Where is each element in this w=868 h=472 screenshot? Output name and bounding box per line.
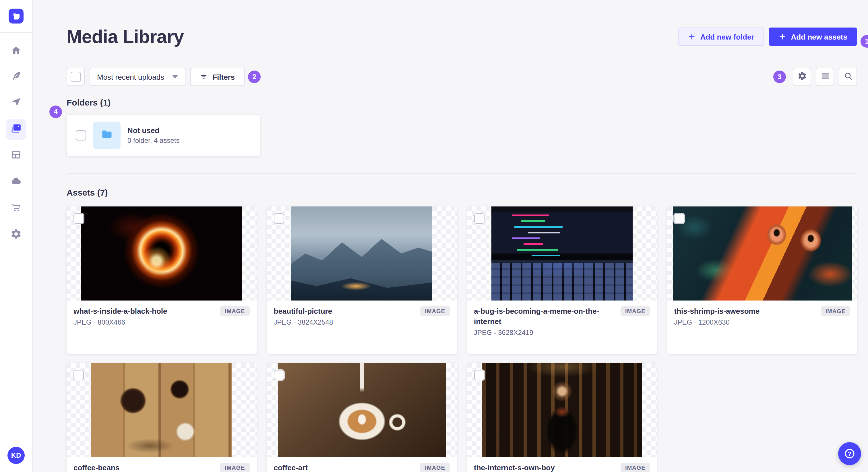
asset-thumbnail bbox=[267, 206, 457, 301]
folder-texts: Not used 0 folder, 4 assets bbox=[127, 126, 179, 144]
search-button[interactable] bbox=[839, 68, 857, 86]
folders-heading: Folders (1) bbox=[67, 98, 111, 107]
asset-card[interactable]: this-shrimp-is-awesome JPEG - 1200X630 I… bbox=[668, 206, 857, 354]
coffee-beans-image bbox=[91, 363, 232, 457]
asset-type-badge: IMAGE bbox=[820, 306, 850, 316]
asset-type-badge: IMAGE bbox=[220, 306, 250, 316]
asset-thumbnail bbox=[467, 206, 657, 301]
filters-wrap: Filters 2 bbox=[190, 68, 245, 86]
add-new-folder-button[interactable]: Add new folder bbox=[678, 28, 764, 46]
sidebar-item-releases[interactable] bbox=[6, 93, 26, 113]
folder-checkbox[interactable] bbox=[76, 130, 86, 140]
asset-title: a-bug-is-becoming-a-meme-on-the-internet bbox=[474, 306, 616, 327]
configure-view-button[interactable] bbox=[793, 68, 811, 86]
mantis-shrimp-image bbox=[673, 206, 851, 301]
asset-checkbox[interactable] bbox=[474, 213, 484, 224]
asset-meta: JPEG - 1200X630 bbox=[674, 318, 816, 326]
cloud-icon bbox=[10, 175, 22, 189]
asset-card[interactable]: coffee-beans JPEG - 5021X3347 IMAGE bbox=[67, 363, 257, 472]
plus-icon bbox=[778, 33, 786, 41]
asset-checkbox[interactable] bbox=[274, 213, 284, 224]
sidebar-item-content-manager[interactable] bbox=[6, 67, 26, 87]
asset-card[interactable]: coffee-art JPEG - 5824X3259 IMAGE bbox=[267, 363, 457, 472]
asset-thumbnail bbox=[67, 363, 257, 457]
asset-caption: coffee-beans JPEG - 5021X3347 IMAGE bbox=[67, 457, 257, 472]
library-boy-image bbox=[482, 363, 642, 457]
latte-art-image bbox=[278, 363, 446, 457]
asset-checkbox[interactable] bbox=[674, 213, 685, 224]
question-mark-glyph: ? bbox=[848, 450, 851, 457]
cog-icon bbox=[797, 71, 807, 82]
sidebar-item-content-type-builder[interactable] bbox=[6, 146, 26, 166]
asset-type-badge: IMAGE bbox=[420, 306, 450, 316]
sidebar-nav bbox=[6, 40, 26, 245]
media-library-page: KD Media Library Add new folder Add new … bbox=[0, 0, 868, 472]
asset-card[interactable]: the-internet-s-own-boy JPEG - 1200X707 I… bbox=[467, 363, 657, 472]
add-new-assets-button[interactable]: Add new assets bbox=[768, 28, 857, 46]
asset-meta: JPEG - 800X466 bbox=[73, 318, 216, 326]
filters-button[interactable]: Filters bbox=[190, 68, 245, 86]
asset-card[interactable]: beautiful-picture JPEG - 3824X2548 IMAGE bbox=[267, 206, 457, 354]
list-view-button[interactable] bbox=[816, 68, 834, 86]
sidebar-item-home[interactable] bbox=[6, 40, 26, 61]
add-new-folder-label: Add new folder bbox=[701, 32, 754, 41]
cart-icon bbox=[10, 202, 22, 216]
main-content: Media Library Add new folder Add new ass… bbox=[33, 0, 868, 472]
search-icon bbox=[843, 71, 853, 82]
annotation-badge-4: 4 bbox=[50, 105, 62, 118]
asset-type-badge: IMAGE bbox=[621, 463, 650, 472]
asset-caption: the-internet-s-own-boy JPEG - 1200X707 I… bbox=[467, 457, 657, 472]
asset-title: beautiful-picture bbox=[274, 306, 416, 316]
sidebar-item-marketplace[interactable] bbox=[6, 198, 26, 219]
asset-title: coffee-art bbox=[274, 463, 416, 472]
asset-type-badge: IMAGE bbox=[220, 463, 250, 472]
chevron-down-icon bbox=[172, 75, 178, 78]
add-new-assets-label: Add new assets bbox=[791, 32, 847, 41]
asset-caption: beautiful-picture JPEG - 3824X2548 IMAGE bbox=[267, 301, 457, 343]
asset-thumbnail bbox=[67, 206, 257, 301]
help-button[interactable]: ? bbox=[838, 442, 861, 465]
user-avatar[interactable]: KD bbox=[7, 447, 25, 464]
page-title: Media Library bbox=[67, 26, 184, 47]
toolbar: Most recent uploads Filters 2 3 bbox=[67, 68, 857, 86]
plus-icon bbox=[688, 33, 696, 41]
asset-title: this-shrimp-is-awesome bbox=[674, 306, 816, 316]
folder-tile bbox=[93, 122, 121, 149]
checkbox-box bbox=[71, 72, 81, 82]
mountains-image bbox=[291, 206, 432, 301]
images-icon bbox=[10, 123, 22, 136]
asset-caption: a-bug-is-becoming-a-meme-on-the-internet… bbox=[467, 301, 657, 354]
asset-checkbox[interactable] bbox=[73, 370, 84, 380]
asset-meta: JPEG - 3628X2419 bbox=[474, 329, 616, 337]
asset-card[interactable]: a-bug-is-becoming-a-meme-on-the-internet… bbox=[467, 206, 657, 354]
toolbar-right: 3 bbox=[773, 68, 857, 86]
folder-meta: 0 folder, 4 assets bbox=[127, 136, 179, 144]
list-icon bbox=[820, 71, 830, 82]
filters-label: Filters bbox=[212, 72, 235, 81]
annotation-badge-1: 1 bbox=[861, 35, 868, 47]
asset-checkbox[interactable] bbox=[474, 370, 484, 380]
header-actions: Add new folder Add new assets 1 bbox=[678, 28, 857, 46]
sidebar: KD bbox=[0, 0, 33, 472]
assets-grid: what-s-inside-a-black-hole JPEG - 800X46… bbox=[67, 206, 857, 472]
assets-heading: Assets (7) bbox=[67, 188, 857, 197]
sort-dropdown[interactable]: Most recent uploads bbox=[90, 68, 185, 86]
select-all-checkbox[interactable] bbox=[67, 68, 85, 86]
strapi-logo-icon[interactable] bbox=[9, 9, 24, 24]
asset-checkbox[interactable] bbox=[73, 213, 84, 224]
sidebar-item-settings[interactable] bbox=[6, 225, 26, 245]
sidebar-item-media-library[interactable] bbox=[6, 119, 26, 140]
folders-section-head: Folders (1) 4 bbox=[67, 98, 111, 107]
asset-meta: JPEG - 3824X2548 bbox=[274, 318, 416, 326]
annotation-badge-2: 2 bbox=[248, 71, 260, 83]
asset-thumbnail bbox=[668, 206, 857, 301]
sidebar-item-cloud[interactable] bbox=[6, 172, 26, 193]
asset-checkbox[interactable] bbox=[274, 370, 284, 380]
folder-card-not-used[interactable]: Not used 0 folder, 4 assets bbox=[67, 115, 260, 156]
asset-card[interactable]: what-s-inside-a-black-hole JPEG - 800X46… bbox=[67, 206, 257, 354]
feather-icon bbox=[10, 70, 22, 84]
gear-icon bbox=[10, 228, 22, 242]
toolbar-left: Most recent uploads Filters 2 bbox=[67, 68, 245, 86]
laptop-code-image bbox=[491, 206, 632, 301]
section-divider bbox=[67, 173, 857, 174]
